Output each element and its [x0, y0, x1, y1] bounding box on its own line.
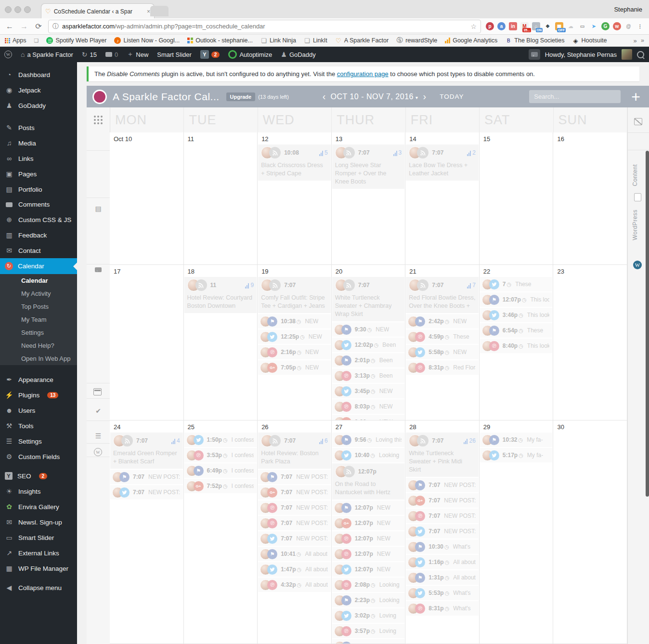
social-item-pinterest[interactable]: ℗3:57p◷Loving [332, 624, 405, 638]
social-item-pinterest[interactable]: ℗4:32p◷All about [258, 578, 331, 592]
on-toggle-icon[interactable]: ⌂ON [532, 22, 540, 30]
social-item-googleplus[interactable]: G+7:07NEW POST: [406, 493, 479, 508]
sidebar-sub-open-in-web-app[interactable]: Open In Web App [0, 352, 77, 365]
social-item-twitter[interactable]: 7:07NEW POST: [110, 485, 183, 499]
sidebar-item-pages[interactable]: ▣Pages [0, 166, 77, 182]
sidebar-item-links[interactable]: ∞Links [0, 151, 77, 166]
social-item-googleplus[interactable]: G+12:07pNEW [332, 516, 405, 530]
social-item-pinterest[interactable]: ℗7:07NEW POST: [258, 516, 331, 530]
social-item-twitter[interactable]: 3:45p◷NEW [332, 384, 405, 398]
sidebar-item-settings[interactable]: ☰Settings [0, 434, 77, 449]
gmail-checker-icon[interactable]: M35... [520, 22, 529, 30]
sidebar-item-plugins[interactable]: ⚡Plugins13 [0, 387, 77, 403]
calendar-day-cell[interactable]: 287:0726White Turtleneck Sweater + Pink … [405, 421, 480, 644]
social-item-twitter[interactable]: 1:47p◷All about [258, 562, 331, 577]
social-item-twitter[interactable]: 7:07NEW POST: [406, 524, 479, 539]
sidebar-sub-settings[interactable]: Settings [0, 326, 77, 339]
smart-slider-menu[interactable]: Smart Slider [153, 47, 196, 62]
rail-calendar-icon[interactable] [93, 388, 102, 395]
bookmark-link-ninja[interactable]: ❏Link Ninja [260, 37, 296, 44]
sidebar-item-feedback[interactable]: ▥Feedback [0, 227, 77, 243]
blog-post-card[interactable]: 119Hotel Review: Courtyard Boston Downto… [184, 277, 257, 313]
blog-post-card[interactable]: 12:07pOn the Road to Nantucket with Hert… [332, 463, 405, 499]
chromecast-icon[interactable]: ▭ [578, 22, 586, 30]
bookmark-listen-now-googl[interactable]: ♪Listen Now - Googl... [114, 37, 180, 44]
social-item-facebook[interactable]: ⚑6:49p◷I confess, [184, 463, 257, 478]
sidebar-item-appearance[interactable]: ✒Appearance [0, 372, 77, 387]
sumo-icon[interactable]: w [613, 22, 621, 30]
sidebar-sub-my-team[interactable]: My Team [0, 313, 77, 326]
sidebar-item-godaddy[interactable]: ♟GoDaddy [0, 98, 77, 113]
maximize-window-icon[interactable] [24, 6, 31, 13]
wp-logo-menu[interactable]: W [0, 47, 16, 62]
sidebar-sub-top-posts[interactable]: Top Posts [0, 300, 77, 313]
social-item-facebook[interactable]: ⚑9:56◷Loving this [332, 433, 405, 447]
notification-button[interactable] [529, 49, 540, 60]
admin-search-icon[interactable] [637, 51, 644, 58]
social-item-twitter[interactable]: 12:02p◷Been [332, 338, 405, 352]
calendar-day-cell[interactable]: 18119Hotel Review: Courtyard Boston Down… [184, 265, 258, 421]
add-content-button[interactable]: + [631, 90, 640, 104]
calendar-day-cell[interactable]: Oct 10 [110, 132, 184, 265]
sidebar-item-custom-css-js[interactable]: ⊕Custom CSS & JS [0, 212, 77, 227]
social-item-facebook[interactable]: ⚑2:23p◷Looking [332, 593, 405, 607]
quora-icon[interactable]: @ [624, 22, 633, 30]
yoast-menu[interactable]: Y2 [196, 47, 224, 62]
social-item-pinterest[interactable]: ℗8:40p◷This look [480, 339, 553, 353]
page-info-icon[interactable]: ⓘ [52, 22, 59, 31]
social-item-pinterest[interactable]: ℗2:16p◷NEW [258, 345, 331, 359]
social-item-pinterest[interactable]: ℗2:08p◷Looking [332, 578, 405, 592]
sidebar-item-jetpack[interactable]: ◉Jetpack [0, 82, 77, 98]
social-item-pinterest[interactable]: ℗8:03p◷NEW [332, 399, 405, 414]
social-item-pinterest[interactable]: ℗8:31p◷What's [406, 601, 479, 616]
grammarly-icon[interactable]: G [601, 22, 610, 30]
social-item-facebook[interactable]: ⚑9:30◷NEW [332, 322, 405, 337]
blog-post-card[interactable]: 7:07Comfy Fall Outfit: Stripe Tee + Card… [258, 277, 331, 313]
blog-post-card[interactable]: 7:0726White Turtleneck Sweater + Pink Mi… [406, 433, 479, 477]
social-item-facebook[interactable]: ⚑2:01p◷Been [332, 353, 405, 368]
godaddy-menu[interactable]: ♟GoDaddy [276, 47, 320, 62]
sidebar-item-calendar[interactable]: ↻Calendar [0, 258, 77, 274]
social-item-facebook[interactable]: ⚑10:32◷My fa- [480, 433, 553, 447]
social-item-pinterest[interactable]: ℗12:07pNEW [332, 531, 405, 546]
comments-menu[interactable]: 0 [101, 47, 122, 62]
user-avatar[interactable] [622, 49, 632, 60]
social-item-facebook[interactable]: ⚑12:07pNEW [332, 500, 405, 515]
sidebar-item-tools[interactable]: ⚒Tools [0, 418, 77, 434]
blog-post-card[interactable]: 7:076Hotel Review: Boston Park Plaza [258, 433, 331, 469]
social-item-twitter[interactable]: 5:53p◷What's [406, 586, 479, 600]
social-item-pinterest[interactable]: ℗8:31p◷Red Floral [406, 360, 479, 375]
sidebar-item-dashboard[interactable]: ◔Dashboard [0, 67, 77, 82]
calendar-day-cell[interactable]: 23 [553, 265, 627, 421]
social-item-googleplus[interactable]: G+7:05p◷NEW [258, 360, 331, 375]
content-rail-label[interactable]: Content [632, 164, 638, 186]
blog-post-card[interactable]: 7:072Lace Bow Tie Dress + Leather Jacket [406, 145, 479, 181]
social-item-facebook[interactable]: ⚑7:07NEW POST: [258, 470, 331, 484]
amazon-assistant-icon[interactable]: a [497, 22, 506, 30]
social-item-twitter[interactable]: 12:07pNEW [332, 562, 405, 577]
social-item-twitter[interactable]: 1:16p◷All about [406, 555, 479, 569]
site-name-menu[interactable]: ⌂a Sparkle Factor [16, 47, 78, 62]
wordpress-rail-label[interactable]: WordPress [632, 210, 638, 240]
social-item-twitter[interactable]: 5:58p◷NEW [406, 345, 479, 359]
bookmark-the-blog-societies[interactable]: BThe Blog Societies [505, 37, 564, 44]
bookmark-item[interactable]: »» [632, 37, 644, 44]
rail-wordpress-icon[interactable]: W [94, 448, 102, 456]
menu-dots-icon[interactable]: ⋮ [636, 22, 644, 30]
sidebar-item-portfolio[interactable]: ▤Portfolio [0, 182, 77, 197]
social-item-googleplus[interactable]: G+7:52p◷I confess, [184, 479, 257, 493]
calendar-day-cell[interactable]: 16 [553, 132, 627, 265]
new-tab-stub[interactable] [150, 6, 169, 16]
calendar-day-cell[interactable]: 11 [184, 132, 258, 265]
social-item-facebook[interactable]: ⚑12:07p◷This look [480, 292, 553, 307]
rail-comment-icon[interactable] [95, 267, 102, 272]
content-doc-icon[interactable] [634, 193, 641, 201]
autoptimize-menu[interactable]: Autoptimize [224, 47, 276, 62]
calendar-day-cell[interactable]: 267:076Hotel Review: Boston Park Plaza⚑7… [258, 421, 332, 644]
minimize-window-icon[interactable] [14, 6, 21, 13]
rail-doc-icon[interactable]: ▤ [95, 205, 101, 212]
social-item-pinterest[interactable]: ℗4:59p◷These [406, 329, 479, 344]
sidebar-item-media[interactable]: ♫Media [0, 135, 77, 151]
social-item-googleplus[interactable]: G+7:07NEW POST: [258, 485, 331, 499]
rail-lines-icon[interactable]: ☰ [95, 432, 102, 440]
